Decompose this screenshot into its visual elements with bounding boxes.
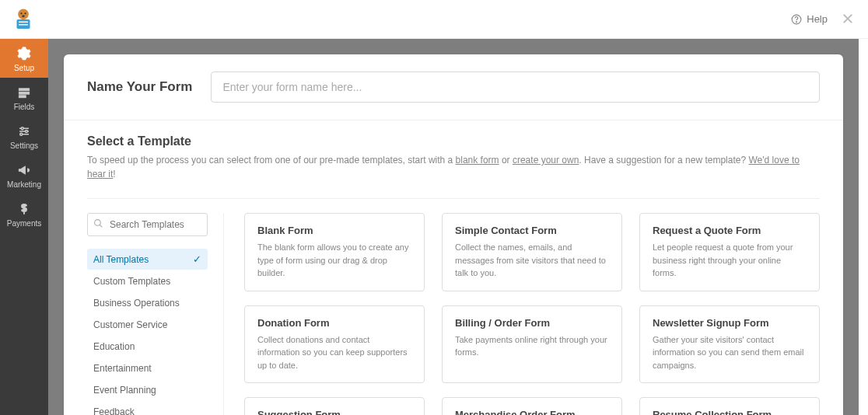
template-card[interactable]: Resume Collection FormEasily collect app… xyxy=(639,397,820,415)
nav-setup[interactable]: Setup xyxy=(0,39,48,78)
template-sidebar: All Templates✓Custom TemplatesBusiness O… xyxy=(87,213,224,415)
category-item[interactable]: Event Planning xyxy=(87,380,208,400)
svg-point-1 xyxy=(20,12,22,14)
svg-rect-11 xyxy=(19,96,26,98)
setup-panel: Name Your Form Select a Template To spee… xyxy=(64,54,843,415)
template-card[interactable]: Billing / Order FormTake payments online… xyxy=(442,305,622,384)
template-title: Newsletter Signup Form xyxy=(653,317,807,329)
category-label: Entertainment xyxy=(93,363,152,374)
nav-payments[interactable]: Payments xyxy=(0,194,48,233)
search-templates-input[interactable] xyxy=(87,213,208,236)
check-icon: ✓ xyxy=(193,253,201,265)
svg-rect-10 xyxy=(19,92,30,94)
category-label: Customer Service xyxy=(93,319,167,330)
category-item[interactable]: Customer Service xyxy=(87,315,208,335)
create-own-link[interactable]: create your own xyxy=(513,155,579,166)
template-card[interactable]: Simple Contact FormCollect the names, em… xyxy=(442,213,622,291)
template-desc: Let people request a quote from your bus… xyxy=(653,241,807,280)
category-item[interactable]: Entertainment xyxy=(87,358,208,378)
template-title: Suggestion Form xyxy=(257,409,411,415)
fields-icon xyxy=(16,85,32,100)
help-link[interactable]: Help xyxy=(791,13,828,25)
template-grid: Blank FormThe blank form allows you to c… xyxy=(244,213,820,415)
side-nav: Setup Fields Settings Marketing Payments xyxy=(0,39,48,415)
svg-point-15 xyxy=(21,127,23,130)
name-form-title: Name Your Form xyxy=(87,79,192,95)
megaphone-icon xyxy=(16,162,32,178)
template-card[interactable]: Donation FormCollect donations and conta… xyxy=(244,305,425,384)
category-item[interactable]: Business Operations xyxy=(87,293,208,313)
svg-rect-9 xyxy=(19,89,30,91)
template-desc: Take payments online right through your … xyxy=(455,333,609,359)
select-template-title: Select a Template xyxy=(87,134,820,148)
help-icon xyxy=(791,14,802,25)
nav-settings[interactable]: Settings xyxy=(0,117,48,155)
category-label: Event Planning xyxy=(93,385,156,396)
template-title: Simple Contact Form xyxy=(455,225,609,236)
template-card[interactable]: Blank FormThe blank form allows you to c… xyxy=(244,213,425,291)
nav-label: Settings xyxy=(10,141,38,150)
sliders-icon xyxy=(16,124,32,139)
template-card[interactable]: Merchandise Order FormUse this template … xyxy=(442,397,622,415)
svg-rect-6 xyxy=(19,23,28,25)
nav-label: Marketing xyxy=(7,180,41,189)
svg-point-3 xyxy=(22,15,24,16)
template-title: Billing / Order Form xyxy=(455,317,609,329)
nav-label: Fields xyxy=(14,103,35,111)
main-stage: Name Your Form Select a Template To spee… xyxy=(48,39,859,415)
svg-line-19 xyxy=(100,225,102,227)
category-item[interactable]: Custom Templates xyxy=(87,271,208,291)
template-desc: Gather your site visitors' contact infor… xyxy=(653,333,807,372)
close-button[interactable] xyxy=(842,9,854,30)
template-title: Resume Collection Form xyxy=(653,409,807,415)
dollar-icon xyxy=(16,201,32,217)
svg-point-16 xyxy=(26,131,28,133)
svg-point-2 xyxy=(24,12,26,14)
category-label: Business Operations xyxy=(93,298,180,309)
category-label: Custom Templates xyxy=(93,276,170,287)
template-desc: Collect the names, emails, and messages … xyxy=(455,241,609,280)
category-label: Feedback xyxy=(93,406,135,415)
svg-point-8 xyxy=(796,21,797,22)
blank-form-link[interactable]: blank form xyxy=(456,155,499,166)
template-title: Merchandise Order Form xyxy=(455,409,609,415)
template-desc: Collect donations and contact informatio… xyxy=(257,333,411,372)
template-card[interactable]: Suggestion FormGather site visitor sugge… xyxy=(244,397,425,415)
wpforms-logo xyxy=(0,0,47,39)
nav-fields[interactable]: Fields xyxy=(0,78,48,117)
nav-label: Setup xyxy=(14,64,34,72)
close-icon xyxy=(842,12,854,25)
select-template-desc: To speed up the process you can select f… xyxy=(87,153,820,181)
template-title: Request a Quote Form xyxy=(653,225,807,236)
form-name-input[interactable] xyxy=(211,71,820,103)
template-title: Donation Form xyxy=(257,317,411,329)
search-icon xyxy=(93,218,103,232)
gear-icon xyxy=(16,46,32,61)
template-card[interactable]: Request a Quote FormLet people request a… xyxy=(639,213,820,291)
category-item[interactable]: Education xyxy=(87,337,208,357)
category-list: All Templates✓Custom TemplatesBusiness O… xyxy=(87,249,208,415)
name-form-row: Name Your Form xyxy=(64,54,843,120)
category-label: Education xyxy=(93,341,135,352)
category-label: All Templates xyxy=(93,254,149,265)
svg-point-0 xyxy=(18,9,29,19)
help-label: Help xyxy=(807,13,828,25)
select-template-header: Select a Template To speed up the proces… xyxy=(64,120,843,187)
template-desc: The blank form allows you to create any … xyxy=(257,241,411,280)
template-card[interactable]: Newsletter Signup FormGather your site v… xyxy=(639,305,820,384)
svg-rect-5 xyxy=(19,21,28,23)
category-item[interactable]: Feedback xyxy=(87,402,208,415)
top-bar: Help xyxy=(0,0,868,39)
nav-label: Payments xyxy=(7,219,41,228)
svg-point-18 xyxy=(95,220,101,226)
svg-point-17 xyxy=(20,133,23,135)
nav-marketing[interactable]: Marketing xyxy=(0,155,48,194)
category-item[interactable]: All Templates✓ xyxy=(87,249,208,270)
template-title: Blank Form xyxy=(257,225,411,236)
